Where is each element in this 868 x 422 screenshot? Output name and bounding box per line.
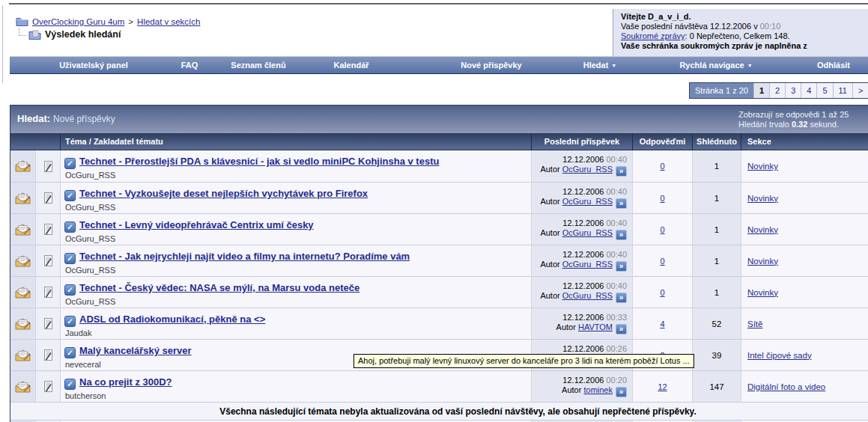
last-post-author-line: Autor OcGuru_RSS: [532, 291, 627, 303]
views-count: 1: [714, 225, 719, 234]
section-link[interactable]: Novinky: [747, 162, 778, 171]
section-cell: Novinky: [741, 276, 868, 308]
last-post-author-link[interactable]: tominek: [583, 385, 613, 394]
replies-count-link[interactable]: 0: [660, 162, 664, 171]
views-cell: 1: [692, 245, 741, 276]
last-post-author-line: Autor OcGuru_RSS: [532, 260, 627, 272]
thread-title-cell: Technet - Jak nejrychleji najít video a …: [60, 245, 531, 276]
last-post-date-value: 12.12.2006: [562, 376, 604, 385]
window-top-border: [9, 3, 868, 4]
section-link[interactable]: Digitální foto a video: [747, 382, 825, 391]
last-post-author-link[interactable]: OcGuru_RSS: [562, 260, 613, 269]
replies-count-link[interactable]: 12: [658, 382, 667, 391]
thread-title-link[interactable]: Na co prejit z 300D?: [79, 376, 172, 388]
thread-row: ADSL od Radiokomunikací, pěkně na <> Jau…: [10, 308, 868, 339]
replies-count-link[interactable]: 4: [660, 319, 664, 328]
private-messages-link[interactable]: Soukromé zprávy: [621, 31, 685, 40]
thread-note-cell: [35, 150, 60, 182]
last-visit: Vaše poslední návštěva 12.12.2006 v 00:1…: [621, 22, 868, 31]
nav-item[interactable]: Hledat: [583, 61, 617, 70]
section-link[interactable]: Intel čipové sady: [747, 351, 812, 360]
thread-check-icon: [64, 379, 76, 390]
last-post-date-value: 12.12.2006: [562, 313, 604, 322]
last-post-date-value: 12.12.2006: [562, 218, 604, 227]
nav-item[interactable]: Nové příspěvky: [461, 61, 521, 70]
thread-title-link[interactable]: Technet - Jak nejrychleji najít video a …: [79, 251, 410, 262]
views-cell: 1: [692, 213, 741, 245]
window-left-border: [2, 5, 3, 83]
thread-title-link[interactable]: Technet - Český vědec: NASA se mýlí, na …: [79, 282, 359, 293]
note-paper-icon: [43, 160, 53, 173]
section-link[interactable]: Novinky: [747, 225, 778, 234]
author-label: Autor: [540, 291, 559, 300]
section-link[interactable]: Sítě: [747, 319, 762, 328]
note-paper-icon: [43, 192, 53, 204]
page-title: Výsledek hledání: [45, 29, 121, 40]
duration-value: 0.32: [792, 120, 807, 129]
thread-title-link[interactable]: Technet - Levný videopřehrávač Centrix u…: [79, 219, 314, 230]
section-link[interactable]: Novinky: [747, 257, 778, 266]
goto-last-post-icon[interactable]: [616, 387, 627, 397]
replies-cell: 0: [632, 213, 692, 245]
nav-item[interactable]: Rychlá navigace: [679, 61, 752, 70]
nav-item[interactable]: FAQ: [181, 61, 198, 70]
thread-title-cell: Technet - Vyzkoušejte deset nejlepších v…: [60, 182, 531, 213]
last-post-date: 12.12.2006 00:26: [532, 344, 627, 354]
pagination-page-link[interactable]: >: [852, 83, 868, 98]
search-results-table: Hledat:Nové příspěvky Zobrazují se odpov…: [10, 105, 868, 422]
thread-title-link[interactable]: Malý kancelářský server: [79, 345, 192, 356]
thread-title-link[interactable]: Technet - Přerostlejší PDA s klávesnicí …: [79, 156, 439, 167]
pagination-page-link[interactable]: 3: [785, 83, 801, 98]
breadcrumb-separator: >: [128, 17, 133, 26]
pagination-page-link[interactable]: 4: [801, 83, 816, 98]
section-link[interactable]: Novinky: [747, 194, 778, 203]
last-post-cell: 12.12.2006 00:40 Autor OcGuru_RSS: [531, 245, 632, 276]
author-label: Autor: [540, 228, 559, 237]
pagination-page-link[interactable]: 5: [816, 83, 832, 98]
nav-item[interactable]: Uživatelský panel: [59, 61, 128, 70]
nav-item[interactable]: Kalendář: [333, 61, 368, 70]
nav-item[interactable]: Seznam členů: [231, 61, 285, 70]
thread-note-cell: [35, 339, 60, 370]
last-post-author-link[interactable]: OcGuru_RSS: [562, 197, 613, 206]
goto-last-post-icon[interactable]: [616, 166, 627, 177]
thread-title-cell: Na co prejit z 300D? butcherson: [60, 370, 531, 402]
note-paper-icon: [43, 380, 53, 393]
last-post-author-link[interactable]: OcGuru_RSS: [562, 165, 613, 174]
section-link[interactable]: Novinky: [747, 288, 778, 297]
search-query: Nové příspěvky: [53, 114, 115, 124]
last-post-author-link[interactable]: HAVTOM: [578, 322, 613, 331]
replies-count-link[interactable]: 0: [660, 257, 664, 266]
thread-title-line: Na co prejit z 300D?: [64, 375, 526, 390]
replies-count-link[interactable]: 0: [660, 194, 664, 203]
pagination-page-link[interactable]: 11: [833, 83, 852, 98]
nav-item[interactable]: Odhlásit: [817, 61, 850, 70]
thread-title-cell: Technet - Český vědec: NASA se mýlí, na …: [60, 276, 531, 308]
goto-last-post-icon[interactable]: [616, 198, 627, 209]
thread-title-line: Technet - Vyzkoušejte deset nejlepších v…: [64, 186, 526, 201]
goto-last-post-icon[interactable]: [616, 261, 627, 272]
goto-last-post-icon[interactable]: [616, 230, 627, 240]
last-post-cell: 12.12.2006 00:40 Autor OcGuru_RSS: [531, 213, 632, 245]
section-cell: Digitální foto a video: [741, 370, 868, 402]
last-post-author-link[interactable]: OcGuru_RSS: [562, 228, 613, 237]
goto-last-post-icon[interactable]: [616, 324, 627, 334]
thread-status-cell: [10, 308, 35, 339]
last-post-time: 00:40: [606, 218, 627, 227]
breadcrumb-section-link[interactable]: Hledat v sekcích: [137, 17, 200, 26]
pagination-status[interactable]: Stránka 1 z 20: [690, 83, 753, 98]
pagination-page-link[interactable]: 2: [769, 83, 785, 98]
note-paper-icon: [43, 223, 53, 236]
breadcrumb-root-link[interactable]: OverClocking Guru 4um: [32, 17, 124, 26]
last-post-author-link[interactable]: OcGuru_RSS: [562, 291, 613, 300]
goto-last-post-icon[interactable]: [616, 293, 627, 303]
last-post-date: 12.12.2006 00:40: [532, 187, 627, 197]
replies-count-link[interactable]: 0: [660, 225, 664, 234]
thread-title-link[interactable]: ADSL od Radiokomunikací, pěkně na <>: [79, 314, 265, 325]
replies-cell: 0: [632, 150, 692, 182]
chevron-down-icon: [747, 63, 753, 68]
views-count: 1: [714, 194, 719, 203]
replies-count-link[interactable]: 0: [660, 288, 664, 297]
author-label: Autor: [556, 322, 576, 331]
thread-title-link[interactable]: Technet - Vyzkoušejte deset nejlepších v…: [79, 188, 368, 199]
